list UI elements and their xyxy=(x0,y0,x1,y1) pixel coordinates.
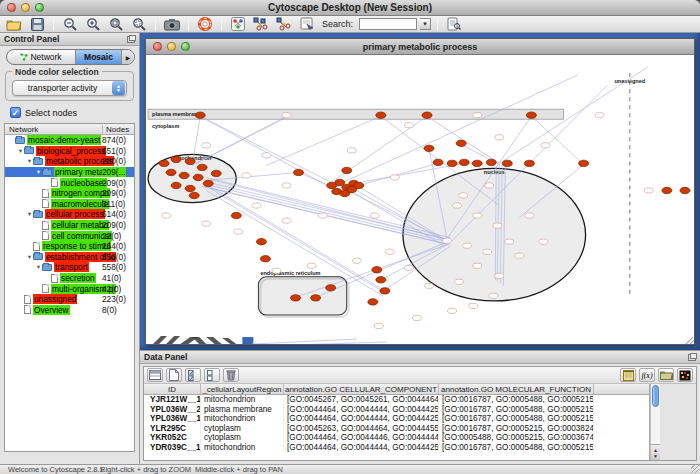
node-layout-icon[interactable] xyxy=(251,17,271,32)
tree-row[interactable]: cell communicat22(0) xyxy=(5,230,134,241)
tab-mosaic-label: Mosaic xyxy=(84,52,113,62)
table-row[interactable]: YPL036W__2plasma membrane[GO:0044464, GO… xyxy=(144,405,649,415)
zoom-fit-icon[interactable] xyxy=(106,17,126,32)
network-canvas[interactable]: plasma membranecytoplasmmitochondrionnuc… xyxy=(146,55,694,344)
expand-arrow-icon[interactable]: ▼ xyxy=(35,264,42,270)
column-header[interactable] xyxy=(594,384,640,394)
search-input[interactable] xyxy=(359,18,417,30)
tree-row[interactable]: ▼cellular process614(0) xyxy=(5,209,134,220)
import-attributes-icon[interactable] xyxy=(658,368,674,382)
network-file-icon xyxy=(24,295,31,304)
tree-row[interactable]: response to stimul264(0) xyxy=(5,241,134,252)
table-row[interactable]: YJR121W__1mitochondrion[GO:0045267, GO:0… xyxy=(144,395,649,405)
tab-mosaic[interactable]: Mosaic xyxy=(75,50,121,64)
table-vertical-scrollbar[interactable]: ▲▼ xyxy=(650,384,660,460)
control-panel: Control Panel Network Mosaic ▶ xyxy=(0,33,140,464)
expand-arrow-icon[interactable]: ▼ xyxy=(17,148,24,154)
tree-row[interactable]: secretion41(0) xyxy=(5,273,134,284)
tree-row[interactable]: Overview8(0) xyxy=(5,305,134,316)
tree-row-label: response to stimul xyxy=(42,241,111,251)
node-color-selection-label: Node color selection xyxy=(12,67,102,77)
tab-network[interactable]: Network xyxy=(7,50,75,64)
table-cell xyxy=(594,443,640,453)
open-icon[interactable] xyxy=(4,17,24,32)
tree-row[interactable]: unassigned223(0) xyxy=(5,294,134,305)
notepad-icon[interactable] xyxy=(620,368,636,382)
function-builder-icon[interactable]: f(x) xyxy=(639,368,655,382)
tree-row[interactable]: ▼establishment of lo558(0) xyxy=(5,252,134,263)
attribute-table: ID_cellularLayoutRegionannotation.GO CEL… xyxy=(144,384,696,460)
tree-row[interactable]: ▼transport558(0) xyxy=(5,262,134,273)
tree-row-label: Overview xyxy=(33,305,70,315)
column-header[interactable]: ID xyxy=(144,384,201,394)
network-box-icon[interactable] xyxy=(228,17,248,32)
tree-row[interactable]: cellular metabo209(0) xyxy=(5,220,134,231)
table-cell: [GO:0016787, GO:0005488, GO:0005215, G..… xyxy=(439,395,594,405)
tree-row[interactable]: macromolecule311(0) xyxy=(5,199,134,210)
tree-row-label: cellular metabo xyxy=(51,220,109,230)
column-header[interactable]: annotation.GO MOLECULAR_FUNCTION xyxy=(439,384,594,394)
delete-attribute-icon[interactable] xyxy=(223,368,239,382)
tree-row[interactable]: nucleobase-209(0) xyxy=(5,177,134,188)
unselect-all-icon[interactable] xyxy=(204,368,220,382)
node-color-dropdown[interactable]: transporter activity ▲▼ xyxy=(12,80,127,96)
scrollbar-thumb[interactable] xyxy=(652,385,659,407)
column-header[interactable]: annotation.GO CELLULAR_COMPONENT xyxy=(284,384,439,394)
tree-row[interactable]: ▼primary metabo209(... xyxy=(5,167,134,178)
snapshot-camera-icon[interactable] xyxy=(162,17,182,32)
save-icon[interactable] xyxy=(27,17,47,32)
tree-column-nodes[interactable]: Nodes xyxy=(102,125,135,135)
zoom-out-icon[interactable] xyxy=(60,17,80,32)
network-view-titlebar: primary metabolic process xyxy=(146,39,694,55)
expand-arrow-icon[interactable]: ▼ xyxy=(26,254,33,260)
window-titlebar: Cytoscape Desktop (New Session) xyxy=(0,0,700,16)
network-graph[interactable]: plasma membranecytoplasmmitochondrionnuc… xyxy=(146,55,694,344)
tree-column-network[interactable]: Network xyxy=(9,125,92,134)
table-row[interactable]: YKR052Ccytoplasm[GO:0044464, GO:0044446,… xyxy=(144,433,649,443)
expand-arrow-icon[interactable]: ▼ xyxy=(26,158,33,164)
column-header[interactable]: _cellularLayoutRegion xyxy=(201,384,284,394)
tree-row[interactable]: ▼biological_process651(0) xyxy=(5,146,134,157)
search-options-icon[interactable] xyxy=(444,17,464,32)
tree-row-node-count: 223(0) xyxy=(102,294,126,304)
table-cell: [GO:0016787, GO:0005215, GO:0003824, G..… xyxy=(439,424,594,434)
table-cell: [GO:0016787, GO:0005488, GO:0005215, G..… xyxy=(439,414,594,424)
select-nodes-checkbox[interactable]: ✓ xyxy=(10,107,21,118)
search-label: Search: xyxy=(322,19,353,29)
network-file-icon xyxy=(42,231,49,240)
select-nodes-label: Select nodes xyxy=(25,108,77,118)
heatmap-icon[interactable] xyxy=(677,368,693,382)
network-view-window: primary metabolic process plasma membran… xyxy=(145,38,695,345)
tree-row[interactable]: ▼metabolic process280(0) xyxy=(5,156,134,167)
resize-grip[interactable] xyxy=(691,465,699,473)
help-ring-icon[interactable] xyxy=(195,17,215,32)
import-network-icon[interactable] xyxy=(297,17,317,32)
expand-arrow-icon[interactable]: ▼ xyxy=(26,211,33,217)
search-dropdown-button[interactable]: ▼ xyxy=(420,18,431,30)
zoom-selected-icon[interactable] xyxy=(129,17,149,32)
float-panel-icon[interactable] xyxy=(127,36,135,43)
edge-layout-icon[interactable] xyxy=(274,17,294,32)
scrollbar-arrows[interactable]: ▲▼ xyxy=(651,444,660,460)
tree-row[interactable]: mosaic-demo-yeast874(0) xyxy=(5,135,134,146)
create-attribute-icon[interactable] xyxy=(166,368,182,382)
zoom-in-icon[interactable] xyxy=(83,17,103,32)
tree-row[interactable]: nitrogen compo209(0) xyxy=(5,188,134,199)
expand-arrow-icon[interactable]: ▼ xyxy=(35,169,42,175)
status-bar: Welcome to Cytoscape 2.8.1 Right-click +… xyxy=(0,464,700,474)
tree-row[interactable]: multi-organism pro42(0) xyxy=(5,283,134,294)
tree-row-label: cellular process xyxy=(45,209,105,219)
network-file-icon xyxy=(51,274,58,283)
select-all-icon[interactable] xyxy=(185,368,201,382)
tab-overflow-button[interactable]: ▶ xyxy=(121,50,134,64)
table-row[interactable]: YDR039C__1mitochondrion[GO:0044464, GO:0… xyxy=(144,443,649,453)
table-cell: mitochondrion xyxy=(201,414,284,424)
float-data-panel-icon[interactable] xyxy=(688,354,696,361)
select-attributes-icon[interactable] xyxy=(147,368,163,382)
table-row[interactable]: YLR295Ccytoplasm[GO:0045263, GO:0044464,… xyxy=(144,424,649,434)
data-panel-header: Data Panel xyxy=(140,351,700,364)
table-row[interactable]: YPL036W__1mitochondrion[GO:0044464, GO:0… xyxy=(144,414,649,424)
control-panel-header: Control Panel xyxy=(0,33,139,46)
table-cell xyxy=(594,395,640,405)
network-file-icon xyxy=(24,305,31,314)
